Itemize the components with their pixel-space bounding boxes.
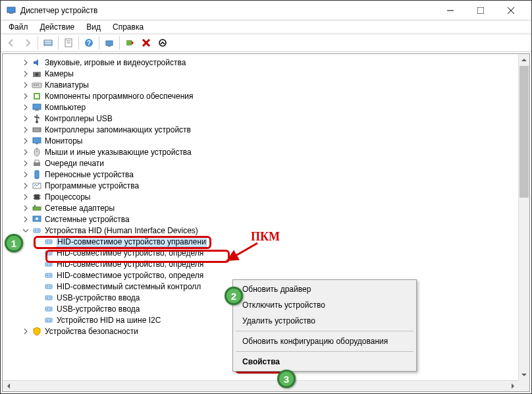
- expand-icon[interactable]: [21, 192, 30, 202]
- category-node[interactable]: Клавиатуры: [18, 79, 529, 90]
- hid-icon: [43, 315, 54, 325]
- svg-rect-53: [45, 240, 52, 244]
- update-driver-button[interactable]: [122, 35, 138, 51]
- category-node[interactable]: Системные устройства: [18, 213, 529, 225]
- expand-icon[interactable]: [21, 114, 30, 123]
- svg-point-30: [36, 121, 38, 123]
- category-node[interactable]: Контроллеры запоминающих устройств: [18, 124, 529, 135]
- svg-point-73: [49, 308, 51, 310]
- category-node[interactable]: Компоненты программного обеспечения: [18, 90, 529, 101]
- expand-icon[interactable]: [21, 58, 30, 67]
- svg-point-70: [49, 297, 51, 298]
- hid-device-node[interactable]: HID-совместимое устройство, определя: [30, 247, 529, 258]
- category-node[interactable]: Мониторы: [18, 135, 529, 146]
- properties-button[interactable]: [61, 35, 76, 51]
- svg-rect-65: [45, 285, 52, 289]
- svg-point-75: [47, 320, 48, 321]
- hid-icon: [43, 281, 54, 292]
- svg-point-49: [36, 217, 38, 220]
- back-button[interactable]: [3, 35, 19, 51]
- menu-file[interactable]: Файл: [3, 21, 34, 33]
- expand-icon[interactable]: [21, 103, 30, 112]
- expand-icon[interactable]: [21, 170, 30, 179]
- category-node[interactable]: Мыши и иные указывающие устройства: [18, 146, 529, 157]
- svg-text:?: ?: [87, 40, 91, 47]
- maximize-button[interactable]: [466, 1, 496, 20]
- badge-2: 2: [225, 287, 243, 305]
- category-label: Процессоры: [45, 192, 91, 202]
- expand-icon[interactable]: [21, 136, 30, 146]
- context-item[interactable]: Обновить драйвер: [234, 281, 415, 297]
- expand-icon[interactable]: [21, 92, 30, 101]
- computer-icon: [32, 102, 42, 113]
- category-node[interactable]: Очереди печати: [18, 157, 529, 169]
- menu-view[interactable]: Вид: [81, 21, 106, 33]
- disable-button[interactable]: [155, 35, 171, 51]
- hid-device-label: HID-совместимое устройство, определя: [57, 248, 203, 258]
- expand-icon[interactable]: [21, 69, 30, 78]
- menu-action[interactable]: Действие: [35, 21, 80, 33]
- category-node[interactable]: Камеры: [18, 68, 529, 79]
- context-item[interactable]: Свойства: [234, 354, 415, 370]
- svg-rect-50: [34, 229, 40, 233]
- svg-point-76: [49, 320, 51, 321]
- category-node[interactable]: Процессоры: [18, 191, 529, 202]
- svg-rect-62: [45, 273, 52, 277]
- show-hidden-button[interactable]: [40, 35, 56, 51]
- expand-icon[interactable]: [21, 159, 30, 168]
- category-node[interactable]: Сетевые адаптеры: [18, 202, 529, 213]
- minimize-button[interactable]: [435, 1, 466, 20]
- svg-rect-14: [106, 41, 113, 45]
- expand-icon[interactable]: [21, 80, 30, 90]
- software-icon: [32, 91, 42, 101]
- context-item[interactable]: Удалить устройство: [234, 313, 415, 329]
- app-icon: [6, 5, 16, 16]
- category-node[interactable]: Программные устройства: [18, 180, 529, 191]
- svg-point-54: [47, 241, 48, 242]
- forward-button[interactable]: [20, 35, 36, 51]
- vertical-scrollbar[interactable]: [518, 54, 529, 380]
- svg-point-66: [47, 286, 48, 287]
- svg-rect-29: [35, 109, 39, 111]
- context-item[interactable]: Отключить устройство: [234, 297, 415, 313]
- menu-help[interactable]: Справка: [107, 21, 149, 33]
- svg-rect-71: [45, 307, 52, 311]
- hid-device-label: HID-совместимое устройство, определя: [57, 260, 203, 269]
- arrow-icon: [221, 241, 261, 267]
- category-node[interactable]: Компьютер: [18, 101, 529, 113]
- scan-button[interactable]: [101, 35, 117, 51]
- expand-icon[interactable]: [21, 204, 30, 213]
- expand-icon[interactable]: [21, 215, 30, 224]
- help-button[interactable]: ?: [81, 35, 97, 51]
- svg-point-72: [47, 308, 48, 310]
- expand-icon[interactable]: [21, 148, 30, 157]
- svg-point-60: [47, 264, 48, 265]
- expand-icon[interactable]: [21, 327, 30, 336]
- expand-icon[interactable]: [21, 125, 30, 134]
- svg-point-57: [47, 252, 48, 254]
- category-node[interactable]: Контроллеры USB: [18, 113, 529, 124]
- svg-point-64: [49, 275, 51, 276]
- svg-point-67: [49, 286, 51, 287]
- svg-rect-46: [33, 207, 41, 210]
- uninstall-button[interactable]: [138, 35, 154, 51]
- category-label: Клавиатуры: [45, 80, 89, 90]
- svg-point-63: [47, 275, 48, 276]
- svg-rect-23: [34, 84, 35, 86]
- category-label: Контроллеры USB: [45, 114, 113, 123]
- category-label: Звуковые, игровые и видеоустройства: [45, 58, 186, 67]
- horizontal-scrollbar[interactable]: [3, 380, 518, 391]
- hid-icon: [43, 293, 54, 303]
- hid-device-node[interactable]: HID-совместимое устройство, определя: [30, 258, 529, 269]
- close-button[interactable]: [496, 1, 526, 20]
- keyboard-icon: [32, 80, 42, 90]
- svg-point-51: [35, 230, 36, 231]
- collapse-icon[interactable]: [21, 226, 30, 235]
- svg-rect-3: [477, 7, 484, 14]
- category-node[interactable]: Звуковые, игровые и видеоустройства: [18, 57, 529, 68]
- context-item[interactable]: Обновить конфигурацию оборудования: [234, 333, 415, 349]
- audio-icon: [32, 57, 42, 68]
- category-node[interactable]: Переносные устройства: [18, 169, 529, 180]
- svg-rect-47: [34, 205, 36, 207]
- expand-icon[interactable]: [21, 181, 30, 190]
